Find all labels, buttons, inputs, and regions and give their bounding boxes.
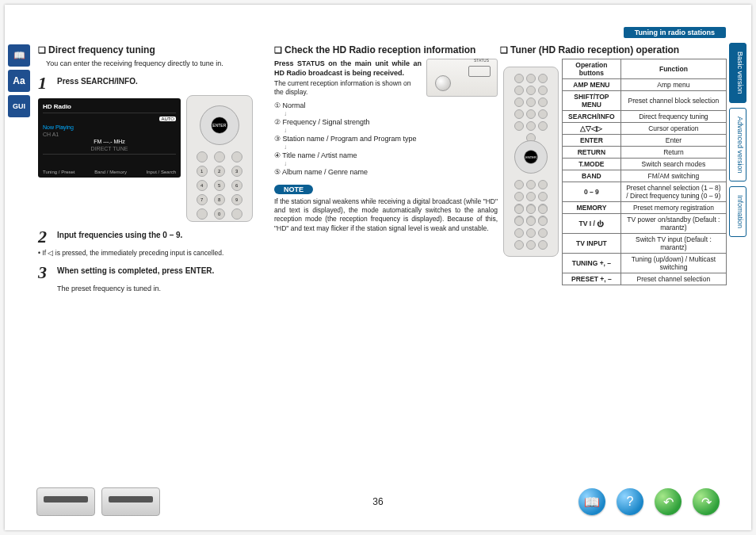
- help-icon[interactable]: ?: [617, 488, 643, 515]
- step-text: When setting is completed, press ENTER.: [57, 264, 268, 275]
- step-number: 1: [38, 75, 52, 92]
- arrow-down-icon: ↓: [284, 160, 498, 167]
- table-row: PRESET +, –Preset channel selection: [563, 273, 727, 285]
- knob-icon: [435, 75, 451, 91]
- enter-button: ENTER: [212, 117, 227, 133]
- step1-illustration: HD Radio AUTO Now Playing CH A1 FM ---.-…: [38, 95, 268, 222]
- table-row: 0 – 9Preset channel selection (1 – 8) / …: [563, 182, 727, 202]
- step-3: 3 When setting is completed, press ENTER…: [38, 264, 268, 281]
- remote-mock-small: ENTER 123 456 789 0: [186, 95, 253, 222]
- op-function-cell: Preset channel selection (1 – 8) / Direc…: [620, 182, 726, 202]
- tab-advanced[interactable]: Advanced version: [729, 108, 746, 182]
- step3-sub: The preset frequency is tuned in.: [57, 285, 268, 294]
- manual-page: 📖 Aa GUI Tuning in radio stations Basic …: [5, 5, 751, 530]
- device-thumbnail[interactable]: [101, 487, 160, 516]
- col-direct-freq: Direct frequency tuning You can enter th…: [38, 44, 268, 294]
- op-button-cell: △▽◁▷: [563, 123, 621, 135]
- list-item: ② Frequency / Signal strength: [274, 118, 498, 126]
- table-row: RETURNReturn: [563, 147, 727, 159]
- table-row: SEARCH/INFODirect frequency tuning: [563, 111, 727, 123]
- step-number: 2: [38, 228, 52, 246]
- op-button-cell: BAND: [563, 170, 621, 182]
- step-text: Input frequencies using the 0 – 9.: [57, 228, 268, 239]
- page-number: 36: [372, 496, 383, 507]
- note-body: If the station signal weakens while rece…: [274, 197, 498, 232]
- step-2: 2 Input frequencies using the 0 – 9.: [38, 228, 268, 246]
- op-function-cell: TV power on/standby (Default : marantz): [620, 214, 726, 234]
- op-function-cell: Enter: [620, 135, 726, 147]
- op-function-cell: Return: [620, 147, 726, 159]
- op-button-cell: 0 – 9: [563, 182, 621, 202]
- table-row: AMP MENUAmp menu: [563, 79, 727, 91]
- op-function-cell: Direct frequency tuning: [620, 111, 726, 123]
- arrow-down-icon: ↓: [284, 127, 498, 134]
- prev-page-icon[interactable]: ↶: [655, 488, 682, 515]
- op-button-cell: MEMORY: [563, 202, 621, 214]
- right-tabs: Basic version Advanced version Infomatio…: [729, 43, 746, 237]
- remote-mock-tall: ENTER: [503, 67, 559, 257]
- dpad-icon: ENTER: [514, 140, 548, 174]
- list-item: ① Normal: [274, 101, 498, 109]
- op-button-cell: SEARCH/INFO: [563, 111, 621, 123]
- auto-badge-icon: AUTO: [159, 117, 176, 121]
- operation-table: Operation buttons Function AMP MENUAmp m…: [562, 59, 727, 285]
- cancel-note: • If ◁ is pressed, the immediately prece…: [38, 249, 268, 258]
- op-button-cell: PRESET +, –: [563, 273, 621, 285]
- list-item: ③ Station name / Program and Program typ…: [274, 135, 498, 143]
- table-row: ENTEREnter: [563, 135, 727, 147]
- now-playing-label: Now Playing: [43, 124, 176, 130]
- device-thumbnail[interactable]: [36, 487, 95, 516]
- list-item: ④ Title name / Artist name: [274, 151, 498, 159]
- op-button-cell: RETURN: [563, 147, 621, 159]
- table-header: Operation buttons: [563, 59, 621, 79]
- table-row: T.MODESwitch search modes: [563, 159, 727, 170]
- channel-label: CH A1: [43, 132, 176, 137]
- left-icon-strip: 📖 Aa GUI: [8, 44, 32, 117]
- note-badge: NOTE: [274, 185, 313, 194]
- op-function-cell: Preset channel selection: [620, 273, 726, 285]
- table-row: TUNING +, –Tuning (up/down) / Multicast …: [563, 254, 727, 273]
- op-function-cell: Switch search modes: [620, 159, 726, 170]
- op-button-cell: ENTER: [563, 135, 621, 147]
- op-button-cell: TV I / ⏻: [563, 214, 621, 234]
- step-1: 1 Press SEARCH/INFO.: [38, 75, 268, 92]
- freq-label: FM ---.- MHz: [43, 139, 176, 144]
- gui-icon[interactable]: GUI: [8, 95, 30, 117]
- tab-basic[interactable]: Basic version: [729, 43, 746, 103]
- tab-info[interactable]: Infomation: [729, 186, 746, 237]
- font-icon[interactable]: Aa: [8, 70, 30, 92]
- section-title: Direct frequency tuning: [38, 44, 268, 55]
- op-button-cell: TUNING +, –: [563, 254, 621, 273]
- table-row: SHIFT/TOP MENUPreset channel block selec…: [563, 91, 727, 111]
- op-button-cell: SHIFT/TOP MENU: [563, 91, 621, 111]
- enter-button: ENTER: [525, 151, 537, 163]
- breadcrumb: Tuning in radio stations: [624, 27, 726, 38]
- op-function-cell: Switch TV input (Default : marantz): [620, 234, 726, 254]
- op-button-cell: TV INPUT: [563, 234, 621, 254]
- arrow-down-icon: ↓: [284, 143, 498, 151]
- table-row: MEMORYPreset memory registration: [563, 202, 727, 214]
- main-unit-mock: [426, 59, 498, 97]
- arrow-down-icon: ↓: [284, 110, 498, 117]
- book-icon[interactable]: 📖: [8, 44, 30, 67]
- op-function-cell: Preset channel block selection: [620, 91, 726, 111]
- table-row: TV INPUTSwitch TV input (Default : maran…: [563, 234, 727, 254]
- col-hd-info: Check the HD Radio reception information…: [274, 44, 498, 233]
- op-function-cell: Tuning (up/down) / Multicast switching: [620, 254, 726, 273]
- next-page-icon[interactable]: ↷: [693, 488, 720, 515]
- table-header: Function: [620, 59, 726, 79]
- op-button-cell: T.MODE: [563, 159, 621, 170]
- section-title: Check the HD Radio reception information: [274, 44, 498, 55]
- op-function-cell: Preset memory registration: [620, 202, 726, 214]
- col-tuner-ops: Tuner (HD Radio reception) operation ENT…: [500, 44, 730, 285]
- section-subtitle: You can enter the receiving frequency di…: [46, 59, 268, 68]
- step-number: 3: [38, 264, 52, 281]
- hd-label: HD Radio: [43, 103, 71, 110]
- contents-icon[interactable]: 📖: [578, 488, 605, 515]
- dpad-icon: ENTER: [200, 105, 239, 145]
- bottom-nav: 36 📖 ? ↶ ↷: [5, 487, 751, 516]
- op-button-cell: AMP MENU: [563, 79, 621, 91]
- section-title: Tuner (HD Radio reception) operation: [500, 44, 730, 55]
- direct-tune-label: DIRECT TUNE: [43, 146, 176, 151]
- op-function-cell: Cursor operation: [620, 123, 726, 135]
